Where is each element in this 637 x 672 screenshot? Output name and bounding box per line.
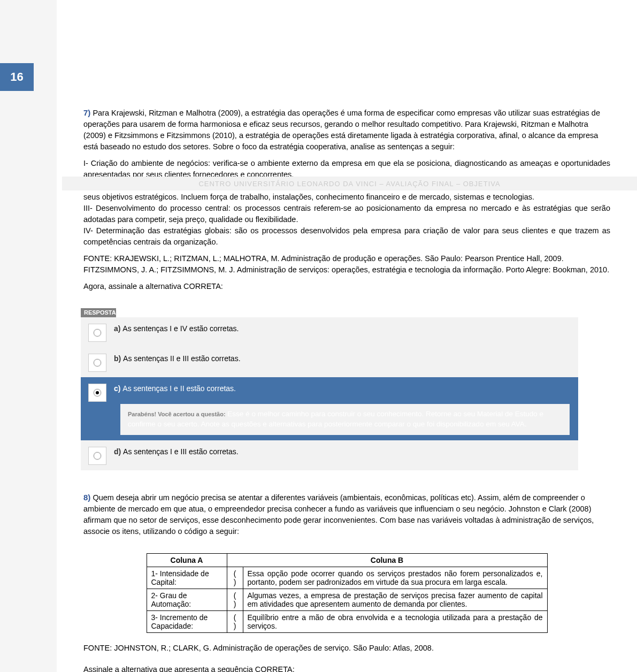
radio-icon-selected <box>94 389 101 396</box>
radio-box[interactable] <box>88 384 106 402</box>
q7-text: Para Krajewski, Ritzman e Malhotra (2009… <box>83 109 600 151</box>
q8-row1-paren[interactable]: ( ) <box>227 567 243 589</box>
q8-row3-a: 3- Incremento de Capacidade: <box>147 610 227 632</box>
option-text-value: As sentenças I e II estão corretas. <box>122 384 236 393</box>
radio-box[interactable] <box>88 324 106 342</box>
q7-feedback-label: Parabéns! Você acertou a questão: <box>128 411 226 417</box>
q7-item-3: III- Desenvolvimento do processo central… <box>83 203 610 225</box>
option-text-value: As sentenças I e III estão corretas. <box>123 447 239 456</box>
option-text-value: As sentenças II e III estão corretas. <box>123 354 240 363</box>
q7-prompt: Agora, assinale a alternativa CORRETA: <box>83 281 610 292</box>
option-text-value: As sentenças I e IV estão corretas. <box>122 324 239 333</box>
q8-prompt: Assinale a alternativa que apresenta a s… <box>83 665 610 672</box>
page-header: CENTRO UNIVERSITÁRIO LEONARDO DA VINCI –… <box>62 177 637 190</box>
radio-cell <box>87 323 108 342</box>
q7-option-c[interactable]: c) As sentenças I e II estão corretas. P… <box>81 377 578 440</box>
question-8: 8) Quem deseja abrir um negócio precisa … <box>83 492 610 537</box>
q8-row2-paren[interactable]: ( ) <box>227 589 243 610</box>
question-7: 7) Para Krajewski, Ritzman e Malhotra (2… <box>83 107 610 292</box>
page-left-margin <box>0 0 57 672</box>
q7-source-2: FITZSIMMONS, J. A.; FITZSIMMONS, M. J. A… <box>83 264 610 276</box>
q7-answer-block: RESPOSTA a) As sentenças I e IV estão co… <box>81 308 578 470</box>
q8-source: FONTE: JOHNSTON, R.; CLARK, G. Administr… <box>83 644 610 652</box>
q7-source-1: FONTE: KRAJEWSKI, L.; RITZMAN, L.; MALHO… <box>83 253 610 264</box>
page-content: CENTRO UNIVERSITÁRIO LEONARDO DA VINCI –… <box>57 107 637 672</box>
radio-cell <box>87 353 108 372</box>
q7-option-b-text: b) As sentenças II e III estão corretas. <box>108 353 573 365</box>
q8-col-b-header: Coluna B <box>227 553 547 567</box>
q8-row2-b: Algumas vezes, a empresa de prestação de… <box>243 589 547 610</box>
table-row: 3- Incremento de Capacidade: ( ) Equilíb… <box>147 610 547 632</box>
table-row: 2- Grau de Automação: ( ) Algumas vezes,… <box>147 589 547 610</box>
table-row: 1- Intensidade de Capital: ( ) Essa opçã… <box>147 567 547 589</box>
radio-cell <box>87 446 108 465</box>
radio-icon <box>94 359 101 366</box>
radio-icon <box>94 329 101 337</box>
q7-option-d[interactable]: d) As sentenças I e III estão corretas. <box>81 440 578 470</box>
q8-text: Quem deseja abrir um negócio precisa se … <box>83 493 594 536</box>
q8-row1-a: 1- Intensidade de Capital: <box>147 567 227 589</box>
radio-cell <box>87 383 108 402</box>
q7-option-a[interactable]: a) As sentenças I e IV estão corretas. <box>81 317 578 347</box>
radio-icon <box>94 452 101 460</box>
q8-row2-a: 2- Grau de Automação: <box>147 589 227 610</box>
q8-matching-table: Coluna A Coluna B 1- Intensidade de Capi… <box>147 553 548 633</box>
q8-label: 8) <box>83 493 90 502</box>
q8-col-a-header: Coluna A <box>147 553 227 567</box>
q8-row3-paren[interactable]: ( ) <box>227 610 243 632</box>
q8-row1-b: Essa opção pode ocorrer quando os serviç… <box>243 567 547 589</box>
q7-option-c-text: c) As sentenças I e II estão corretas. P… <box>108 383 573 434</box>
q7-option-a-text: a) As sentenças I e IV estão corretas. <box>108 323 573 335</box>
radio-box[interactable] <box>88 354 106 372</box>
q7-answer-options: a) As sentenças I e IV estão corretas. b… <box>81 317 578 470</box>
q7-label: 7) <box>83 108 90 117</box>
q7-answer-header: RESPOSTA <box>81 308 116 317</box>
q7-feedback: Parabéns! Você acertou a questão: Esse é… <box>120 404 570 435</box>
q7-option-d-text: d) As sentenças I e III estão corretas. <box>108 446 573 459</box>
q7-item-4: IV- Determinação das estratégias globais… <box>83 225 610 248</box>
q8-row3-b: Equilíbrio entre a mão de obra envolvida… <box>243 610 547 632</box>
q7-option-b[interactable]: b) As sentenças II e III estão corretas. <box>81 347 578 377</box>
page-number: 16 <box>0 63 34 91</box>
radio-box[interactable] <box>88 447 106 465</box>
